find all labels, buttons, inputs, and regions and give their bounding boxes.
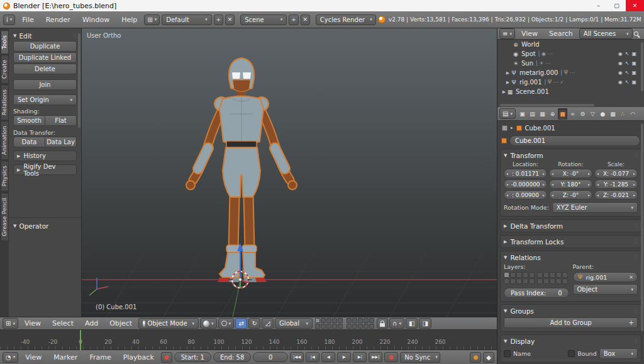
play-reverse-button[interactable]: ◀ bbox=[321, 352, 335, 362]
viewport-shading-button[interactable]: ▾ bbox=[200, 318, 217, 329]
checkbox-icon[interactable] bbox=[504, 350, 511, 357]
tab-particles[interactable]: ∴ bbox=[618, 108, 628, 120]
remove-layout-button[interactable]: ✕ bbox=[225, 14, 235, 25]
screen-layout-select[interactable]: Default bbox=[162, 14, 211, 25]
outliner-row-metarig[interactable]: ▶ Ψ metarig.000 | Ψ ⋯ ◉ ↖ ▣ bbox=[497, 68, 644, 77]
outliner-editor-type-button[interactable]: ≡ ▾ bbox=[499, 28, 515, 39]
outliner-row-world[interactable]: ⊕ World bbox=[497, 40, 644, 49]
info-editor-type-button[interactable]: i ▾ bbox=[3, 14, 15, 25]
timeline-editor-type-button[interactable]: ◔ ▾ bbox=[3, 352, 18, 363]
viewport-menu-add[interactable]: Add bbox=[80, 319, 103, 327]
panel-grip-icon[interactable] bbox=[634, 152, 638, 158]
play-button[interactable]: ▶ bbox=[337, 352, 351, 362]
outliner-row-sun[interactable]: ☀ Sun | ☀ ⋯ ◉ ↖ ▣ bbox=[497, 59, 644, 68]
frame-start-field[interactable]: Start: 1 bbox=[174, 352, 211, 362]
camera-icon[interactable]: ▣ bbox=[631, 70, 636, 76]
tool-shelf-scrollbar[interactable] bbox=[78, 33, 80, 128]
panel-grip-icon[interactable] bbox=[634, 338, 638, 344]
expand-icon[interactable]: ▶ bbox=[505, 71, 511, 76]
eye-icon[interactable]: ◉ bbox=[618, 51, 623, 57]
cursor-icon[interactable]: ↖ bbox=[625, 51, 630, 57]
insert-keyframe-button[interactable]: ◆ bbox=[483, 352, 494, 363]
cursor-icon[interactable]: ↖ bbox=[625, 60, 630, 66]
add-layout-button[interactable]: + bbox=[214, 14, 223, 25]
remove-scene-button[interactable]: ✕ bbox=[301, 14, 310, 25]
outliner-menu-view[interactable]: View bbox=[516, 30, 543, 38]
manipulator-scale-button[interactable]: ◿ bbox=[262, 318, 274, 329]
keying-set-button[interactable]: ● bbox=[470, 352, 481, 363]
panel-grip-icon[interactable] bbox=[634, 254, 638, 260]
viewport-menu-select[interactable]: Select bbox=[47, 319, 79, 327]
close-button[interactable]: ✕ bbox=[626, 0, 644, 11]
scene-select[interactable]: Scene bbox=[240, 14, 287, 25]
rotation-mode-select[interactable]: XYZ Euler bbox=[552, 202, 638, 213]
jump-to-end-button[interactable]: ▶▶| bbox=[369, 352, 382, 362]
duplicate-button[interactable]: Duplicate bbox=[13, 41, 77, 52]
checkbox-icon[interactable] bbox=[568, 350, 575, 357]
duplicate-linked-button[interactable]: Duplicate Linked bbox=[13, 52, 77, 63]
bounds-type-select[interactable]: Box bbox=[599, 348, 638, 359]
panel-grip-icon[interactable] bbox=[73, 33, 77, 38]
edit-panel-header[interactable]: ▼ Edit bbox=[13, 31, 77, 40]
tab-object-data[interactable]: ▽ bbox=[588, 108, 597, 120]
menu-window[interactable]: Window bbox=[77, 16, 114, 24]
restrict-toggles[interactable]: ◉ ↖ ▣ bbox=[618, 51, 636, 57]
rigify-panel-header[interactable]: ▶ Rigify Dev Tools bbox=[13, 164, 77, 175]
manipulator-rotate-button[interactable]: ↻ bbox=[248, 318, 260, 329]
panel-grip-icon[interactable] bbox=[69, 167, 73, 173]
timeline-menu-marker[interactable]: Marker bbox=[48, 353, 82, 361]
expand-icon[interactable]: ▶ bbox=[501, 89, 507, 94]
restrict-toggles[interactable]: ◉ ↖ ▣ bbox=[618, 70, 636, 76]
object-name-field[interactable]: Cube.001 bbox=[509, 135, 640, 146]
operator-panel-header[interactable]: ▼ Operator bbox=[13, 221, 77, 230]
current-frame-field[interactable]: 0 bbox=[253, 352, 288, 362]
groups-panel-header[interactable]: ▼ Groups bbox=[504, 306, 638, 316]
relations-panel-header[interactable]: ▼ Relations bbox=[504, 253, 638, 262]
lock-to-scene-button[interactable] bbox=[377, 318, 388, 329]
cursor-icon[interactable]: ↖ bbox=[625, 70, 630, 76]
maximize-button[interactable]: ▢ bbox=[608, 0, 626, 11]
tab-texture[interactable]: ▩ bbox=[608, 108, 618, 120]
transform-orientation-select[interactable]: Global bbox=[275, 318, 313, 329]
location-x-field[interactable]: : 0.01171 bbox=[504, 169, 547, 178]
minimize-button[interactable]: – bbox=[589, 0, 608, 11]
viewport-3d[interactable]: User Ortho (0) Cube.001 bbox=[82, 28, 497, 317]
outliner-row-scene-001[interactable]: ▶ ▦ Scene.001 bbox=[497, 87, 644, 96]
tab-render-layers[interactable]: ▤ bbox=[528, 108, 537, 120]
tab-render[interactable]: ▣ bbox=[518, 108, 527, 120]
next-keyframe-button[interactable]: ▶| bbox=[353, 352, 367, 362]
delta-transform-panel[interactable]: ▶ Delta Transform bbox=[500, 219, 641, 232]
prev-keyframe-button[interactable]: |◀ bbox=[306, 352, 319, 362]
tab-animation[interactable]: Animation bbox=[1, 121, 9, 160]
camera-icon[interactable]: ▣ bbox=[631, 79, 636, 85]
jump-to-start-button[interactable]: |◀◀ bbox=[290, 352, 304, 362]
menu-render[interactable]: Render bbox=[41, 16, 75, 24]
parent-field[interactable]: Ψ rig.001 ✕ bbox=[573, 272, 638, 282]
rotation-x-field[interactable]: X: -0° bbox=[549, 169, 592, 178]
layer-toggle-group-2[interactable] bbox=[347, 318, 374, 329]
delete-button[interactable]: Delete bbox=[13, 64, 77, 74]
outliner-scope-select[interactable]: All Scenes bbox=[579, 28, 633, 39]
opengl-render-anim-button[interactable]: ◨ bbox=[419, 318, 431, 329]
timeline-menu-frame[interactable]: Frame bbox=[84, 353, 116, 361]
display-panel-header[interactable]: ▼ Display bbox=[504, 336, 638, 346]
outliner-row-rig[interactable]: ▶ Ψ rig.001 | Ψ ⋯ ✓ ◉ ↖ ▣ bbox=[497, 77, 644, 87]
set-origin-menu[interactable]: Set Origin bbox=[13, 94, 77, 105]
shade-smooth-button[interactable]: Smooth bbox=[13, 115, 45, 126]
panel-grip-icon[interactable] bbox=[634, 239, 638, 244]
cursor-icon[interactable]: ↖ bbox=[625, 79, 630, 85]
eye-icon[interactable]: ◉ bbox=[618, 70, 623, 76]
pivot-center-button[interactable]: ▾ bbox=[218, 318, 235, 329]
outliner-menu-search[interactable]: Search bbox=[544, 30, 578, 38]
search-icon[interactable] bbox=[634, 31, 638, 36]
mode-select[interactable]: Object Mode bbox=[138, 318, 199, 329]
menu-help[interactable]: Help bbox=[116, 16, 142, 24]
transform-panel-header[interactable]: ▼ Transform bbox=[504, 151, 638, 160]
layout-icon-button[interactable]: ⊞ ▾ bbox=[144, 14, 160, 25]
viewport-menu-object[interactable]: Object bbox=[104, 319, 137, 327]
timeline-menu-playback[interactable]: Playback bbox=[118, 353, 159, 361]
restrict-toggles[interactable]: ◉ ↖ ▣ bbox=[618, 60, 636, 66]
location-z-field[interactable]: : 0.00900 bbox=[504, 190, 547, 200]
tab-object[interactable]: ■ bbox=[558, 108, 567, 120]
viewport-menu-view[interactable]: View bbox=[19, 319, 46, 327]
